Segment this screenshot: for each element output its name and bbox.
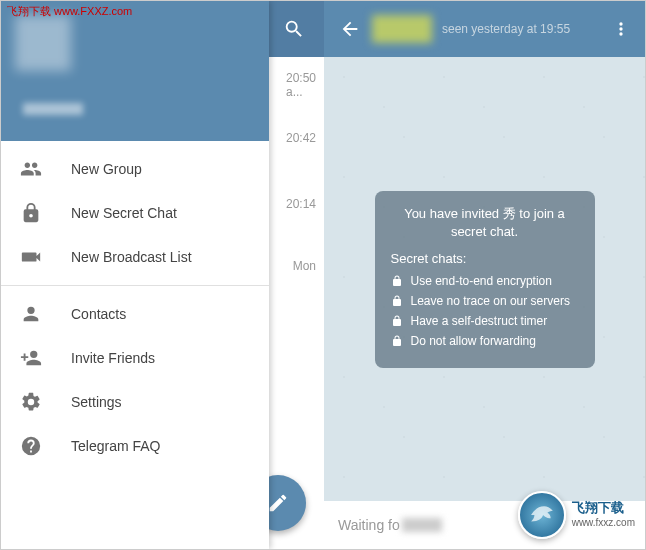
arrow-back-icon	[339, 18, 361, 40]
chat-time-3: 20:14	[286, 197, 316, 211]
lock-icon	[391, 295, 403, 307]
drawer-item-faq[interactable]: Telegram FAQ	[1, 424, 269, 468]
chat-time-2: 20:42	[286, 131, 316, 145]
secret-feature-item: Leave no trace on our servers	[391, 294, 579, 308]
lock-icon	[391, 335, 403, 347]
lock-icon	[19, 201, 43, 225]
chat-body: You have invited 秀 to join a secret chat…	[324, 57, 645, 501]
input-waiting-text: Waiting fo	[338, 517, 400, 533]
drawer-item-label: New Broadcast List	[71, 249, 192, 265]
person-add-icon	[19, 346, 43, 370]
more-menu-button[interactable]	[607, 19, 635, 39]
profile-name-blur	[23, 103, 83, 115]
drawer-item-contacts[interactable]: Contacts	[1, 292, 269, 336]
watermark-title: 飞翔下载	[572, 500, 635, 515]
avatar-blur	[15, 15, 71, 71]
more-vert-icon	[611, 19, 631, 39]
drawer-header	[1, 1, 269, 141]
secret-chat-title: Secret chats:	[391, 251, 579, 266]
drawer-item-label: Invite Friends	[71, 350, 155, 366]
chat-time-1: 20:50a...	[286, 71, 316, 99]
secret-chat-info-card: You have invited 秀 to join a secret chat…	[375, 191, 595, 368]
drawer-item-label: Telegram FAQ	[71, 438, 160, 454]
gear-icon	[19, 390, 43, 414]
help-icon	[19, 434, 43, 458]
input-blur	[402, 518, 442, 532]
drawer-divider	[1, 285, 269, 286]
lock-icon	[391, 315, 403, 327]
bird-icon	[529, 502, 555, 528]
nav-drawer: New Group New Secret Chat New Broadcast …	[1, 1, 269, 549]
search-button[interactable]	[264, 1, 324, 57]
last-seen-status: seen yesterday at 19:55	[442, 22, 607, 36]
watermark-logo: 飞翔下载 www.fxxz.com	[518, 491, 635, 539]
pencil-icon	[267, 492, 289, 514]
drawer-item-label: Contacts	[71, 306, 126, 322]
drawer-item-new-group[interactable]: New Group	[1, 147, 269, 191]
watermark-url: www.fxxz.com	[572, 515, 635, 530]
drawer-item-new-secret-chat[interactable]: New Secret Chat	[1, 191, 269, 235]
drawer-item-settings[interactable]: Settings	[1, 380, 269, 424]
drawer-item-label: Settings	[71, 394, 122, 410]
watermark-logo-circle	[518, 491, 566, 539]
drawer-item-label: New Secret Chat	[71, 205, 177, 221]
secret-feature-item: Do not allow forwarding	[391, 334, 579, 348]
group-icon	[19, 157, 43, 181]
secret-feature-item: Use end-to-end encryption	[391, 274, 579, 288]
lock-icon	[391, 275, 403, 287]
drawer-item-invite-friends[interactable]: Invite Friends	[1, 336, 269, 380]
secret-feature-item: Have a self-destruct timer	[391, 314, 579, 328]
drawer-item-label: New Group	[71, 161, 142, 177]
drawer-item-new-broadcast[interactable]: New Broadcast List	[1, 235, 269, 279]
invite-text: You have invited 秀 to join a secret chat…	[391, 205, 579, 241]
watermark-top: 飞翔下载 www.FXXZ.com	[7, 4, 132, 19]
search-icon	[283, 18, 305, 40]
megaphone-icon	[19, 245, 43, 269]
person-icon	[19, 302, 43, 326]
chat-time-4: Mon	[293, 259, 316, 273]
back-button[interactable]	[334, 18, 366, 40]
left-app-panel: 20:50a... 20:42 20:14 Mon New Group New	[1, 1, 324, 549]
contact-name-blur	[372, 15, 432, 43]
right-chat-panel: seen yesterday at 19:55 You have invited…	[324, 1, 645, 549]
chat-header: seen yesterday at 19:55	[324, 1, 645, 57]
